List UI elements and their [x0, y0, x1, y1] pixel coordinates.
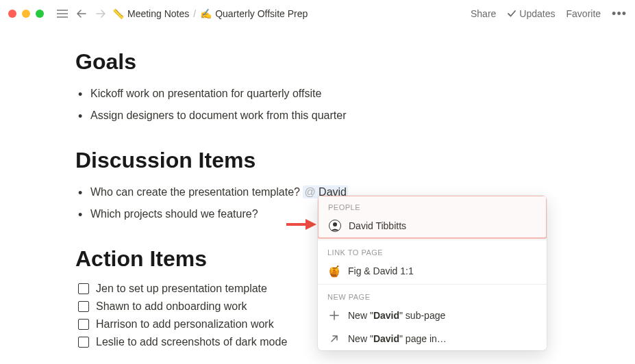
forward-button[interactable]	[93, 6, 108, 21]
divider	[318, 284, 547, 285]
topbar: 📏 Meeting Notes / ✍️ Quarterly Offsite P…	[0, 0, 635, 27]
checkbox[interactable]	[78, 283, 89, 294]
checkbox[interactable]	[78, 337, 89, 348]
checkmark-icon	[507, 9, 516, 18]
checkbox-label: Shawn to add onboarding work	[96, 300, 247, 313]
checkbox[interactable]	[78, 301, 89, 312]
at-symbol: @	[304, 186, 319, 198]
link-page-option[interactable]: 🍯 Fig & David 1:1	[318, 259, 547, 283]
updates-button[interactable]: Updates	[507, 8, 555, 19]
back-button[interactable]	[74, 6, 89, 21]
annotation-arrow-icon	[286, 216, 316, 235]
link-page-name: Fig & David 1:1	[348, 265, 414, 276]
share-label: Share	[471, 8, 496, 19]
list-item[interactable]: Kickoff work on presentation for quarter…	[90, 83, 560, 105]
link-section-label: LINK TO PAGE	[318, 242, 547, 259]
goals-list: Kickoff work on presentation for quarter…	[75, 83, 560, 126]
ruler-icon: 📏	[112, 8, 124, 19]
new-page-in-option[interactable]: New "David" page in…	[318, 327, 547, 350]
svg-point-4	[333, 222, 337, 226]
person-option[interactable]: David Tibbitts	[319, 214, 546, 237]
mention-popover: PEOPLE David Tibbitts LINK TO PAGE 🍯 Fig…	[318, 196, 547, 350]
discussion-text: Who can create the presentation template…	[90, 186, 303, 198]
maximize-window[interactable]	[36, 10, 44, 18]
more-options-icon[interactable]: •••	[612, 7, 627, 21]
people-section-highlight: PEOPLE David Tibbitts	[318, 196, 547, 239]
minimize-window[interactable]	[22, 10, 30, 18]
breadcrumb: 📏 Meeting Notes / ✍️ Quarterly Offsite P…	[112, 8, 308, 19]
new-subpage-label: New "David" sub-page	[348, 310, 445, 321]
checkbox[interactable]	[78, 319, 89, 330]
breadcrumb-parent[interactable]: 📏 Meeting Notes	[112, 8, 189, 19]
discussion-heading[interactable]: Discussion Items	[75, 148, 560, 173]
breadcrumb-current-label: Quarterly Offsite Prep	[215, 8, 308, 19]
person-name: David Tibbitts	[349, 220, 406, 231]
checkbox-label: Harrison to add personalization work	[96, 318, 274, 330]
writing-hand-icon: ✍️	[200, 8, 212, 19]
favorite-label: Favorite	[566, 8, 601, 19]
sidebar-toggle-icon[interactable]	[55, 6, 70, 21]
breadcrumb-current[interactable]: ✍️ Quarterly Offsite Prep	[200, 8, 308, 19]
divider	[318, 239, 547, 240]
share-button[interactable]: Share	[471, 8, 496, 19]
checkbox-label: Jen to set up presentation template	[96, 283, 267, 295]
new-page-in-label: New "David" page in…	[348, 333, 447, 344]
avatar-icon	[328, 219, 342, 233]
new-subpage-option[interactable]: New "David" sub-page	[318, 304, 547, 327]
window-controls	[8, 10, 44, 18]
breadcrumb-separator: /	[193, 8, 196, 19]
arrow-up-right-icon	[327, 332, 341, 346]
close-window[interactable]	[8, 10, 16, 18]
updates-label: Updates	[519, 8, 555, 19]
honey-pot-icon: 🍯	[327, 264, 341, 278]
plus-icon	[327, 309, 341, 322]
breadcrumb-parent-label: Meeting Notes	[127, 8, 189, 19]
list-item[interactable]: Assign designers to document work from t…	[90, 105, 560, 127]
topbar-actions: Share Updates Favorite •••	[471, 7, 627, 21]
goals-heading[interactable]: Goals	[75, 49, 560, 75]
newpage-section-label: NEW PAGE	[318, 286, 547, 304]
favorite-button[interactable]: Favorite	[566, 8, 601, 19]
people-section-label: PEOPLE	[319, 196, 546, 214]
checkbox-label: Leslie to add screenshots of dark mode	[96, 336, 287, 348]
